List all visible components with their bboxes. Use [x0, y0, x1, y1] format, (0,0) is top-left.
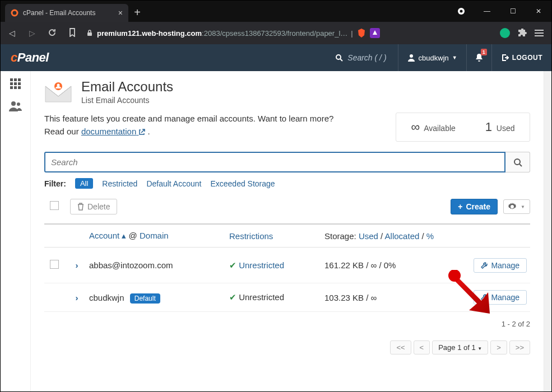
- svg-rect-15: [18, 82, 21, 85]
- page-first[interactable]: <<: [390, 340, 411, 354]
- cpanel-favicon: [11, 9, 18, 17]
- svg-rect-16: [10, 86, 13, 89]
- wrench-icon: [481, 262, 488, 269]
- expand-icon[interactable]: ›: [76, 293, 78, 302]
- svg-rect-6: [535, 32, 544, 34]
- search-button[interactable]: [505, 152, 530, 172]
- search-input[interactable]: [44, 152, 505, 172]
- documentation-link[interactable]: documentation: [81, 127, 146, 136]
- filter-restricted[interactable]: Restricted: [102, 179, 137, 188]
- page-current[interactable]: Page 1 of 1 ▼: [432, 340, 488, 354]
- used-value: 1: [485, 120, 492, 134]
- svg-rect-18: [18, 86, 21, 89]
- action-row: Delete +Create ▼: [44, 195, 530, 218]
- storage-value: 103.23 KB / ∞: [324, 293, 437, 302]
- svg-rect-11: [14, 78, 17, 81]
- search-icon: [335, 54, 343, 62]
- close-tab-icon[interactable]: ×: [118, 8, 123, 17]
- page-subtitle: List Email Accounts: [81, 96, 173, 105]
- svg-rect-13: [10, 82, 13, 85]
- row-checkbox[interactable]: [50, 260, 59, 269]
- external-link-icon: [138, 129, 145, 136]
- svg-point-2: [460, 10, 463, 13]
- account-email: cbudkwjn: [89, 293, 124, 302]
- svg-rect-12: [18, 78, 21, 81]
- nav-forward-icon[interactable]: ▷: [25, 29, 39, 38]
- page-prev[interactable]: <: [414, 340, 430, 354]
- browser-tab[interactable]: cPanel - Email Accounts ×: [5, 4, 128, 22]
- notifications[interactable]: 1: [466, 44, 491, 71]
- triangle-icon[interactable]: [370, 28, 380, 38]
- sort-account[interactable]: Account: [89, 231, 119, 240]
- filter-label: Filter:: [44, 179, 66, 188]
- grammarly-icon[interactable]: [500, 28, 510, 38]
- col-restrictions[interactable]: Restrictions: [229, 231, 273, 241]
- logout-icon: [501, 54, 509, 62]
- stats-panel: ∞ Available 1 Used: [396, 113, 530, 142]
- filter-row: Filter: All Restricted Default Account E…: [44, 178, 530, 189]
- logout-button[interactable]: LOGOUT: [491, 44, 551, 71]
- username: cbudkwjn: [419, 54, 449, 62]
- default-badge: Default: [130, 293, 160, 304]
- svg-rect-14: [14, 82, 17, 85]
- page-last[interactable]: >>: [509, 340, 530, 354]
- url-text: premium121.web-hosting.com:2083/cpsess13…: [97, 29, 347, 38]
- filter-all[interactable]: All: [75, 178, 93, 189]
- maximize-button[interactable]: ☐: [500, 1, 526, 22]
- new-tab-button[interactable]: +: [128, 3, 146, 22]
- manage-button[interactable]: Manage: [474, 258, 527, 273]
- chevron-down-icon: ▼: [452, 55, 457, 60]
- close-window-button[interactable]: ✕: [526, 1, 551, 22]
- browser-toolbar: ◁ ▷ premium121.web-hosting.com:2083/cpse…: [1, 22, 551, 44]
- hamburger-icon[interactable]: [535, 29, 544, 38]
- puzzle-icon[interactable]: [518, 29, 527, 38]
- grid-icon[interactable]: [10, 78, 22, 90]
- bookmark-icon[interactable]: [66, 28, 79, 39]
- filter-exceeded[interactable]: Exceeded Storage: [210, 179, 275, 188]
- table-header: Account ▴ @ Domain Restrictions Storage:…: [44, 225, 530, 248]
- sort-domain[interactable]: Domain: [140, 231, 169, 240]
- header-search[interactable]: Search ( / ): [95, 53, 398, 62]
- gear-icon: [508, 203, 516, 211]
- shield-icon[interactable]: [448, 1, 474, 22]
- plus-icon: +: [458, 202, 462, 211]
- page-title: Email Accounts: [81, 79, 173, 95]
- scrollbar[interactable]: [544, 71, 551, 392]
- select-all-checkbox[interactable]: [50, 201, 59, 210]
- filter-default[interactable]: Default Account: [146, 179, 201, 188]
- expand-icon[interactable]: ›: [76, 260, 78, 270]
- reload-icon[interactable]: [45, 28, 59, 39]
- svg-rect-5: [535, 30, 544, 31]
- available-value: ∞: [411, 120, 420, 134]
- nav-back-icon[interactable]: ◁: [5, 29, 18, 38]
- svg-rect-7: [535, 35, 544, 36]
- address-bar[interactable]: premium121.web-hosting.com:2083/cpsess13…: [86, 28, 490, 38]
- sort-asc-icon: ▴: [122, 231, 126, 240]
- manage-button[interactable]: Manage: [474, 290, 527, 305]
- page-next[interactable]: >: [490, 340, 507, 354]
- create-button[interactable]: +Create: [451, 199, 498, 214]
- sidebar: [1, 71, 31, 392]
- settings-button[interactable]: ▼: [503, 199, 530, 214]
- email-icon: [44, 81, 72, 103]
- delete-button[interactable]: Delete: [70, 199, 117, 214]
- email-table: Account ▴ @ Domain Restrictions Storage:…: [44, 223, 530, 312]
- user-icon: [407, 54, 415, 62]
- svg-rect-10: [10, 78, 13, 81]
- svg-point-0: [12, 10, 17, 16]
- cpanel-logo[interactable]: cPanel: [1, 50, 95, 65]
- user-menu[interactable]: cbudkwjn ▼: [398, 44, 466, 71]
- svg-point-22: [57, 84, 60, 87]
- minimize-button[interactable]: —: [474, 1, 500, 22]
- notification-badge: 1: [481, 49, 487, 55]
- svg-point-20: [17, 102, 20, 106]
- check-icon: ✔: [229, 260, 236, 270]
- svg-point-9: [410, 54, 413, 58]
- header-search-placeholder: Search ( / ): [347, 53, 386, 62]
- trash-icon: [77, 203, 84, 211]
- users-icon[interactable]: [9, 100, 22, 111]
- table-row: ›abbas@intozoom.com✔ Unrestricted161.22 …: [44, 248, 530, 283]
- restriction-value: Unrestricted: [239, 260, 284, 270]
- brave-icon[interactable]: [356, 28, 367, 38]
- chevron-down-icon: ▼: [521, 204, 525, 209]
